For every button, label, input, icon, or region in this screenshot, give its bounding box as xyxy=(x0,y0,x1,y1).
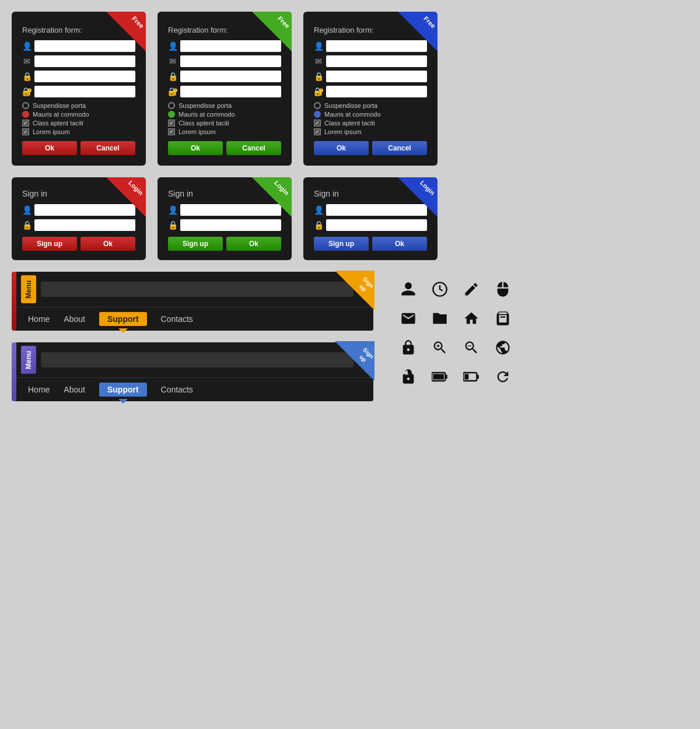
zoom-in-icon xyxy=(428,336,452,359)
nav-link-about-blue[interactable]: About xyxy=(64,385,85,394)
login-password-2[interactable] xyxy=(180,219,281,231)
nav-link-about-yellow[interactable]: About xyxy=(64,314,85,324)
signup-button-1[interactable]: Sign up xyxy=(22,237,77,251)
lock-field-icon-3: 🔒 xyxy=(314,72,323,81)
mouse-icon xyxy=(491,278,514,301)
email-input-2[interactable] xyxy=(180,55,281,67)
confirm-password-input-1[interactable] xyxy=(34,86,135,97)
login-password-3[interactable] xyxy=(326,219,427,231)
radio-option-2b: Mauris at commodo xyxy=(168,111,281,118)
password-input-2[interactable] xyxy=(180,71,281,82)
login-user-icon-2: 👤 xyxy=(168,205,177,215)
reg-card-blue: Free Registration form: 👤 ✉ 🔒 🔐 xyxy=(303,12,438,166)
left-accent-red xyxy=(12,272,16,331)
checkbox-sq-1a[interactable]: ✓ xyxy=(22,120,29,127)
menu-btn-blue[interactable]: Menu xyxy=(21,346,36,374)
radio-circle-3b[interactable] xyxy=(314,111,321,118)
svg-rect-5 xyxy=(464,374,468,379)
nav-bar-blue-wrapper: Menu 🔍 Home About Support xyxy=(12,342,373,401)
mail-field-icon-2: ✉ xyxy=(168,57,177,66)
mail-field-icon-3: ✉ xyxy=(314,57,323,66)
checkbox-2b: ✓ Lorem ipsum xyxy=(168,128,281,135)
radio-option-1a: Suspendisse porta xyxy=(22,102,135,109)
checkbox-sq-3a[interactable]: ✓ xyxy=(314,120,321,127)
nav-link-home-blue[interactable]: Home xyxy=(28,385,50,394)
radio-circle-3a[interactable] xyxy=(314,102,321,109)
login-card-green: Login Sign in 👤 🔒 Sign up Ok xyxy=(158,177,292,260)
nav-link-contacts-yellow[interactable]: Contacts xyxy=(161,314,193,324)
password-input-3[interactable] xyxy=(326,71,427,82)
pencil-icon xyxy=(460,278,483,301)
login-user-icon-3: 👤 xyxy=(314,205,323,215)
radio-options-1: Suspendisse porta Mauris at commodo ✓ Cl… xyxy=(22,102,135,135)
drop-icon xyxy=(491,336,514,359)
lock2-field-icon-2: 🔐 xyxy=(168,87,177,96)
search-input-blue[interactable] xyxy=(41,352,354,367)
cart-icon xyxy=(491,307,514,330)
radio-circle-2b[interactable] xyxy=(168,111,175,118)
login-ok-button-1[interactable]: Ok xyxy=(80,237,135,251)
cancel-button-3[interactable]: Cancel xyxy=(372,141,427,155)
field-row-mail-1: ✉ xyxy=(22,55,135,67)
login-ok-button-3[interactable]: Ok xyxy=(372,237,427,251)
support-arrow-yellow xyxy=(118,328,128,333)
ok-button-3[interactable]: Ok xyxy=(314,141,369,155)
lock2-secure-icon xyxy=(397,365,420,388)
confirm-password-input-2[interactable] xyxy=(180,86,281,97)
login-lock-icon-2: 🔒 xyxy=(168,220,177,230)
field-row-lock-3: 🔒 xyxy=(314,71,427,82)
left-accent-purple xyxy=(12,342,16,401)
padlock-icon xyxy=(397,336,420,359)
email-input-3[interactable] xyxy=(326,55,427,67)
radio-options-2: Suspendisse porta Mauris at commodo ✓ Cl… xyxy=(168,102,281,135)
radio-circle-2a[interactable] xyxy=(168,102,175,109)
user-field-icon-2: 👤 xyxy=(168,41,177,51)
icon-grid xyxy=(391,272,523,394)
checkbox-1a: ✓ Class aptent taciti xyxy=(22,120,135,127)
nav-link-support-yellow[interactable]: Support xyxy=(99,312,147,326)
home-icon xyxy=(460,307,483,330)
field-row-lock2-3: 🔐 xyxy=(314,86,427,97)
signup-button-2[interactable]: Sign up xyxy=(168,237,223,251)
login-btn-row-3: Sign up Ok xyxy=(314,237,427,251)
checkbox-2a: ✓ Class aptent taciti xyxy=(168,120,281,127)
nav-link-contacts-blue[interactable]: Contacts xyxy=(161,385,193,394)
nav-bar-yellow-inner: Menu 🔍 Home About Support xyxy=(16,272,373,331)
checkbox-sq-2b[interactable]: ✓ xyxy=(168,128,175,135)
user-field-icon-3: 👤 xyxy=(314,41,323,51)
login-user-icon-1: 👤 xyxy=(22,205,32,215)
ribbon-blue xyxy=(397,12,438,52)
signup-button-3[interactable]: Sign up xyxy=(314,237,369,251)
login-btn-row-1: Sign up Ok xyxy=(22,237,135,251)
support-arrow-blue xyxy=(118,399,128,404)
ok-button-2[interactable]: Ok xyxy=(168,141,223,155)
login-ok-button-2[interactable]: Ok xyxy=(226,237,281,251)
login-card-blue: Login Sign in 👤 🔒 Sign up Ok xyxy=(303,177,438,260)
refresh-icon xyxy=(491,365,514,388)
email-input-1[interactable] xyxy=(34,55,135,67)
search-input-yellow[interactable] xyxy=(41,282,354,297)
folder-icon xyxy=(428,307,452,330)
nav-bars-section: Menu 🔍 Home About Support xyxy=(12,272,373,401)
login-pass-field-3: 🔒 xyxy=(314,219,427,231)
radio-option-1b: Mauris at commodo xyxy=(22,111,135,118)
checkbox-sq-1b[interactable]: ✓ xyxy=(22,128,29,135)
login-password-1[interactable] xyxy=(34,219,135,231)
checkbox-sq-2a[interactable]: ✓ xyxy=(168,120,175,127)
checkbox-sq-3b[interactable]: ✓ xyxy=(314,128,321,135)
radio-circle-1a[interactable] xyxy=(22,102,29,109)
confirm-password-input-3[interactable] xyxy=(326,86,427,97)
nav-link-home-yellow[interactable]: Home xyxy=(28,314,50,324)
checkbox-1b: ✓ Lorem ipsum xyxy=(22,128,135,135)
cancel-button-2[interactable]: Cancel xyxy=(226,141,281,155)
btn-row-1: Ok Cancel xyxy=(22,141,135,155)
password-input-1[interactable] xyxy=(34,71,135,82)
cancel-button-1[interactable]: Cancel xyxy=(80,141,135,155)
nav-link-support-blue[interactable]: Support xyxy=(99,383,147,397)
lock2-field-icon: 🔐 xyxy=(22,87,32,96)
radio-circle-1b[interactable] xyxy=(22,111,29,118)
login-btn-row-2: Sign up Ok xyxy=(168,237,281,251)
menu-btn-yellow[interactable]: Menu xyxy=(21,275,36,303)
ok-button-1[interactable]: Ok xyxy=(22,141,77,155)
radio-option-3b: Mauris at commodo xyxy=(314,111,427,118)
